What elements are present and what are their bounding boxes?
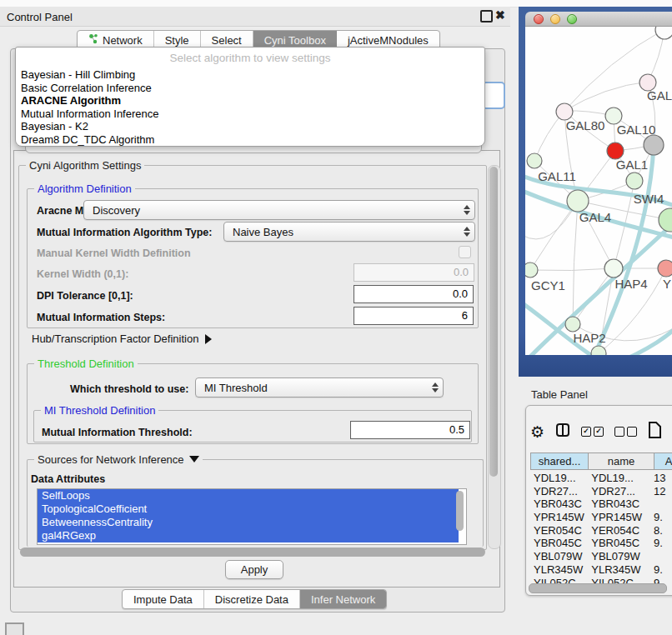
dpi-tolerance-field[interactable]: 0.0	[354, 285, 474, 303]
network-icon	[88, 33, 98, 47]
cell-value	[650, 550, 672, 563]
tab-impute-data[interactable]: Impute Data	[123, 590, 204, 608]
cell-value	[650, 498, 672, 511]
collapse-arrow-icon[interactable]	[189, 456, 199, 462]
node-gal80[interactable]	[556, 103, 573, 120]
cell-name: YDR27...	[588, 485, 650, 498]
table-row[interactable]: YLR345WYLR345W9.	[530, 563, 672, 577]
tab-discretize-data[interactable]: Discretize Data	[204, 590, 300, 608]
node-gal4[interactable]	[567, 190, 589, 212]
tab-infer-network[interactable]: Infer Network	[300, 590, 386, 608]
hub-tf-definition-label: Hub/Transcription Factor Definition	[32, 332, 198, 345]
table-body[interactable]: YDL19...YDL19...13 YDR27...YDR27...12 YB…	[530, 472, 672, 583]
algorithm-option-selected[interactable]: ARACNE Algorithm	[16, 94, 484, 108]
cell-value: 9.	[650, 511, 672, 524]
panel-grip-icon[interactable]	[5, 622, 24, 635]
table-row[interactable]: YDR27...YDR27...12	[530, 485, 672, 498]
column-header-shared[interactable]: shared...	[530, 452, 589, 470]
node-label: GAL1	[616, 158, 648, 172]
sources-title[interactable]: Sources for Network Inference	[34, 453, 203, 466]
table-row[interactable]: YBR045CYBR045C9.	[530, 537, 672, 550]
network-window-titlebar[interactable]	[525, 12, 672, 27]
node-hap4[interactable]	[604, 259, 623, 278]
data-attributes-list[interactable]: SelfLoops TopologicalCoefficient Between…	[37, 488, 467, 545]
table-hscrollbar-thumb[interactable]	[529, 583, 667, 593]
table-panel-title: Table Panel	[531, 388, 588, 401]
deselect-all-columns-icon[interactable]	[614, 427, 637, 437]
node-gal11[interactable]	[527, 153, 542, 168]
node-red[interactable]	[607, 142, 624, 159]
gear-icon[interactable]: ⚙	[530, 424, 544, 440]
which-threshold-select[interactable]: MI Threshold	[195, 378, 444, 398]
algorithm-option[interactable]: Dream8 DC_TDC Algorithm	[16, 133, 484, 147]
network-graph: GAL GAL80 GAL10 GAL1 GAL11 SWI4 GAL4 GCY…	[525, 27, 672, 355]
node-hap2[interactable]	[565, 317, 580, 332]
window-minimize-icon[interactable]	[550, 14, 560, 24]
table-row[interactable]: YIL052CYIL052C9.	[530, 577, 672, 584]
list-item[interactable]: gal4RGexp	[38, 529, 459, 542]
list-item[interactable]: TopologicalCoefficient	[38, 502, 459, 516]
close-icon[interactable]: ✖	[495, 8, 505, 22]
node-label: GAL11	[538, 169, 576, 183]
mi-type-select[interactable]: Naive Bayes	[223, 222, 475, 242]
node-label: HAP2	[573, 331, 605, 345]
float-window-icon[interactable]	[480, 10, 493, 22]
node[interactable]	[659, 208, 672, 232]
algorithm-option[interactable]: Bayesian - Hill Climbing	[16, 68, 484, 82]
stepper-icon	[459, 227, 474, 237]
table-row[interactable]: YER054CYER054C8.	[530, 524, 672, 538]
settings-scrollbar-thumb[interactable]	[489, 167, 498, 477]
algorithm-dropdown-popup: Select algorithm to view settings Bayesi…	[15, 47, 485, 147]
kernel-width-label: Kernel Width (0,1):	[37, 268, 128, 280]
cell-value: 9.	[650, 577, 672, 584]
settings-hscrollbar-thumb[interactable]	[20, 548, 485, 557]
cell-name: YBL079W	[588, 550, 650, 563]
columns-icon[interactable]	[555, 422, 570, 441]
table-row[interactable]: YBL079WYBL079W	[530, 550, 672, 563]
algorithm-option[interactable]: Mutual Information Inference	[16, 108, 484, 121]
algorithm-option[interactable]: Bayesian - K2	[16, 120, 484, 133]
expand-arrow-icon[interactable]	[205, 334, 212, 344]
mi-threshold-field[interactable]: 0.5	[350, 421, 470, 439]
stepper-icon	[459, 205, 474, 215]
window-close-icon[interactable]	[534, 14, 544, 24]
column-header-partial[interactable]: A	[654, 452, 672, 470]
tab-select-label: Select	[212, 34, 242, 47]
node-swi4[interactable]	[626, 172, 643, 189]
cyni-settings-title: Cyni Algorithm Settings	[26, 159, 144, 172]
node[interactable]	[655, 27, 672, 39]
aracne-mode-select[interactable]: Discovery	[83, 200, 475, 220]
manual-kernel-checkbox[interactable]	[459, 246, 471, 258]
node-gray[interactable]	[644, 135, 664, 155]
node-gal10[interactable]	[605, 108, 622, 124]
node-salmon[interactable]	[658, 260, 672, 277]
algorithm-option[interactable]: Basic Correlation Inference	[16, 82, 484, 95]
cell-shared: YPR145W	[530, 511, 588, 524]
column-header-name[interactable]: name	[589, 452, 654, 470]
tab-cyni-toolbox-label: Cyni Toolbox	[264, 34, 326, 47]
list-item[interactable]: SelfLoops	[38, 489, 459, 502]
table-row[interactable]: YBR043CYBR043C	[530, 498, 672, 511]
kernel-width-field[interactable]: 0.0	[354, 263, 474, 282]
mi-threshold-definition-title: MI Threshold Definition	[41, 404, 158, 417]
list-item[interactable]: BetweennessCentrality	[38, 516, 459, 529]
list-scrollbar-thumb[interactable]	[456, 491, 464, 531]
aracne-mode-value: Discovery	[84, 204, 459, 217]
node[interactable]	[591, 346, 606, 355]
cell-shared: YBL079W	[530, 550, 588, 563]
table-row[interactable]: YDL19...YDL19...13	[530, 472, 672, 485]
algorithm-prompt: Select algorithm to view settings	[16, 48, 484, 68]
node-label: GAL4	[579, 210, 611, 224]
algorithm-definition-title: Algorithm Definition	[34, 182, 135, 195]
mi-type-label: Mutual Information Algorithm Type:	[37, 227, 212, 238]
apply-button[interactable]: Apply	[225, 560, 283, 579]
data-attributes-label: Data Attributes	[31, 473, 105, 485]
window-zoom-icon[interactable]	[567, 14, 577, 24]
mi-steps-field[interactable]: 6	[354, 307, 474, 325]
hub-tf-definition-toggle[interactable]: Hub/Transcription Factor Definition	[32, 332, 212, 345]
network-view-canvas[interactable]: GAL GAL80 GAL10 GAL1 GAL11 SWI4 GAL4 GCY…	[525, 27, 672, 355]
select-all-columns-icon[interactable]: ✓✓	[581, 427, 604, 437]
table-row[interactable]: YPR145WYPR145W9.	[530, 511, 672, 524]
node-gcy1[interactable]	[525, 262, 538, 278]
file-icon[interactable]	[648, 421, 661, 442]
